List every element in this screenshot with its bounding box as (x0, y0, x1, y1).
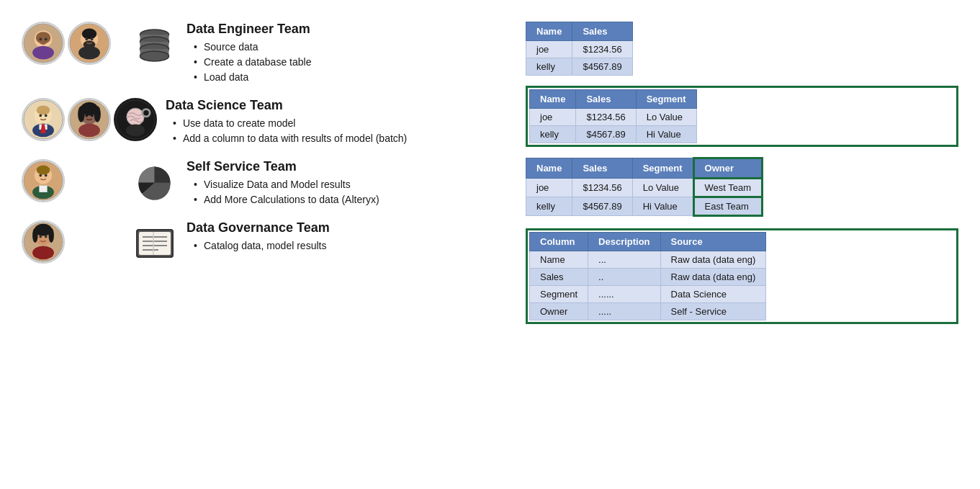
table1-header-sales: Sales (572, 22, 632, 41)
svg-point-35 (91, 115, 94, 117)
table3-header-segment: Segment (632, 158, 693, 179)
svg-point-27 (45, 115, 48, 117)
science-team-content: Data Science Team Use data to create mod… (166, 98, 497, 146)
svg-point-52 (32, 228, 37, 243)
table2-wrapper: Name Sales Segment joe $1234.56 Lo Value… (526, 86, 958, 147)
t2-r2-name: kelly (530, 126, 576, 143)
table-row: joe $1234.56 (526, 41, 633, 58)
selfservice-bullet-1: Visualize Data and Model results (194, 177, 497, 192)
engineer-bullets: Source data Create a database table Load… (186, 40, 497, 85)
t3-r1-name: joe (526, 179, 572, 197)
cat-r3-col: Segment (530, 286, 588, 303)
selfservice-bullets: Visualize Data and Model results Add Mor… (186, 177, 497, 207)
selfservice-team-content: Self Service Team Visualize Data and Mod… (186, 159, 497, 207)
governance-title: Data Governance Team (186, 220, 497, 235)
selfservice-bullet-2: Add More Calculations to data (Alteryx) (194, 192, 497, 207)
avatar-woman2 (68, 98, 111, 141)
t3-r1-sales: $1234.56 (572, 179, 632, 197)
cat-r4-src: Self - Service (660, 303, 766, 320)
svg-point-11 (85, 38, 88, 41)
pie-chart-icon (131, 159, 178, 206)
science-bullet-2: Add a column to data with results of mod… (173, 131, 497, 146)
avatar-woman3 (22, 220, 65, 264)
engineer-bullet-2: Create a database table (194, 55, 497, 70)
governance-bullet-1: Catalog data, model results (194, 238, 497, 254)
t2-r1-sales: $1234.56 (576, 109, 636, 126)
cat-r4-desc: ..... (588, 303, 661, 320)
t3-r2-segment: Hi Value (632, 197, 693, 216)
engineer-avatars (22, 22, 122, 65)
svg-point-19 (140, 51, 169, 61)
t2-r1-segment: Lo Value (636, 109, 696, 126)
cat-r4-col: Owner (530, 303, 588, 320)
engineer-team-content: Data Engineer Team Source data Create a … (186, 22, 497, 85)
table-row: Name ... Raw data (data eng) (530, 251, 766, 269)
svg-point-4 (39, 38, 42, 41)
science-bullet-1: Use data to create model (173, 116, 497, 131)
svg-point-33 (78, 124, 100, 138)
engineer-bullet-1: Source data (194, 40, 497, 55)
svg-point-56 (45, 235, 48, 238)
avatar-brain (114, 98, 157, 141)
t2-r1-name: joe (530, 109, 576, 126)
governance-bullets: Catalog data, model results (186, 238, 497, 254)
svg-point-8 (82, 28, 97, 39)
svg-point-54 (32, 246, 54, 260)
engineer-bullet-3: Load data (194, 70, 497, 85)
cat-r2-col: Sales (530, 269, 588, 286)
team-row-governance: Data Governance Team Catalog data, model… (22, 220, 497, 267)
t3-r2-name: kelly (526, 197, 572, 216)
t2-r2-sales: $4567.89 (576, 126, 636, 143)
cat-header-column: Column (530, 233, 588, 251)
table-row: kelly $4567.89 (526, 58, 633, 76)
avatar-man3 (22, 159, 65, 202)
database-icon (131, 22, 178, 68)
table3-header-sales: Sales (572, 158, 632, 179)
table2-header-segment: Segment (636, 90, 696, 109)
table-row: Segment ...... Data Science (530, 286, 766, 303)
table-row: Sales .. Raw data (data eng) (530, 269, 766, 286)
cat-r2-src: Raw data (data eng) (660, 269, 766, 286)
selfservice-avatars (22, 159, 122, 202)
cat-header-source: Source (660, 233, 766, 251)
cat-r2-desc: .. (588, 269, 661, 286)
avatar-man2 (22, 98, 65, 141)
governance-team-content: Data Governance Team Catalog data, model… (186, 220, 497, 254)
science-bullets: Use data to create model Add a column to… (166, 116, 497, 146)
t1-r1-name: joe (526, 41, 572, 58)
svg-point-22 (37, 105, 50, 115)
avatar-man1 (68, 22, 111, 65)
svg-rect-45 (39, 186, 47, 192)
svg-point-10 (84, 40, 96, 48)
svg-point-32 (94, 106, 101, 122)
cat-r3-src: Data Science (660, 286, 766, 303)
engineer-title: Data Engineer Team (186, 22, 497, 37)
governance-avatars (22, 220, 122, 264)
table-row: Owner ..... Self - Service (530, 303, 766, 320)
table1: Name Sales joe $1234.56 kelly $4567.89 (526, 22, 633, 76)
right-panel: Name Sales joe $1234.56 kelly $4567.89 (526, 14, 958, 475)
svg-point-40 (143, 110, 148, 115)
t3-r1-owner: West Team (693, 179, 763, 197)
cat-r3-desc: ...... (588, 286, 661, 303)
svg-point-43 (37, 166, 50, 175)
svg-point-46 (39, 174, 42, 177)
t1-r2-name: kelly (526, 58, 572, 76)
table-row: kelly $4567.89 Hi Value (530, 126, 697, 143)
svg-point-12 (91, 38, 94, 41)
svg-point-55 (39, 235, 42, 238)
table2: Name Sales Segment joe $1234.56 Lo Value… (529, 89, 697, 143)
table-row: joe $1234.56 Lo Value West Team (526, 179, 763, 197)
cat-r1-desc: ... (588, 251, 661, 269)
book-icon (131, 220, 178, 267)
t3-r2-sales: $4567.89 (572, 197, 632, 216)
main-container: Data Engineer Team Source data Create a … (0, 0, 980, 489)
table1-header-name: Name (526, 22, 572, 41)
table-row: joe $1234.56 Lo Value (530, 109, 697, 126)
table3-header-owner: Owner (693, 158, 763, 179)
table3-container: Name Sales Segment Owner joe $1234.56 Lo… (526, 157, 958, 217)
table3-header-name: Name (526, 158, 572, 179)
science-avatars (22, 98, 157, 141)
catalog-table: Column Description Source Name ... Raw d… (529, 232, 766, 320)
svg-point-31 (78, 106, 84, 122)
